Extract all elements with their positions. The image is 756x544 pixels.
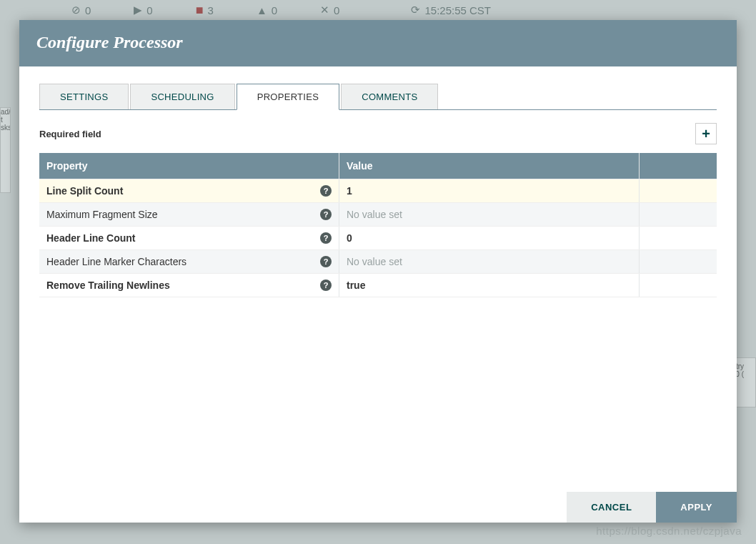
property-extra-cell <box>640 250 717 273</box>
property-name: Header Line Count <box>46 232 135 244</box>
property-value-cell[interactable]: true <box>339 274 640 297</box>
property-value-cell[interactable]: 0 <box>339 227 640 249</box>
apply-button[interactable]: APPLY <box>656 492 737 523</box>
table-row[interactable]: Remove Trailing Newlines?true <box>39 274 717 297</box>
required-field-label: Required field <box>39 129 101 139</box>
tab-settings[interactable]: SETTINGS <box>39 84 129 109</box>
property-extra-cell <box>640 203 717 226</box>
help-icon[interactable]: ? <box>320 280 332 291</box>
add-property-button[interactable]: + <box>695 123 717 144</box>
tab-scheduling[interactable]: SCHEDULING <box>130 84 234 109</box>
cancel-button[interactable]: CANCEL <box>567 492 656 523</box>
tabs: SETTINGS SCHEDULING PROPERTIES COMMENTS <box>39 84 717 110</box>
help-icon[interactable]: ? <box>320 209 332 220</box>
dialog-footer: CANCEL APPLY <box>19 492 737 523</box>
table-row[interactable]: Maximum Fragment Size?No value set <box>39 203 717 227</box>
help-icon[interactable]: ? <box>320 256 332 267</box>
table-row[interactable]: Header Line Marker Characters?No value s… <box>39 250 717 274</box>
tab-properties[interactable]: PROPERTIES <box>237 84 340 110</box>
property-value-cell[interactable]: No value set <box>339 203 640 226</box>
table-row[interactable]: Line Split Count?1 <box>39 179 717 203</box>
property-name-cell: Header Line Count? <box>39 227 339 249</box>
property-name-cell: Maximum Fragment Size? <box>39 203 339 226</box>
property-name-cell: Header Line Marker Characters? <box>39 250 339 273</box>
header-property: Property <box>39 153 339 179</box>
property-name: Remove Trailing Newlines <box>46 280 170 291</box>
property-value: true <box>347 280 365 291</box>
property-value: No value set <box>347 256 402 267</box>
table-header: Property Value <box>39 153 717 179</box>
help-icon[interactable]: ? <box>320 185 332 197</box>
properties-table: Property Value Line Split Count?1Maximum… <box>39 153 717 297</box>
property-name: Header Line Marker Characters <box>46 256 186 267</box>
property-extra-cell <box>640 227 717 249</box>
header-value: Value <box>339 153 640 179</box>
help-icon[interactable]: ? <box>320 232 332 244</box>
property-extra-cell <box>640 274 717 297</box>
plus-icon: + <box>702 126 710 142</box>
property-value: No value set <box>347 209 402 220</box>
property-name-cell: Remove Trailing Newlines? <box>39 274 339 297</box>
property-name: Line Split Count <box>46 185 123 197</box>
property-name-cell: Line Split Count? <box>39 179 339 202</box>
watermark: https://blog.csdn.net/czpjava <box>596 525 742 537</box>
table-row[interactable]: Header Line Count?0 <box>39 227 717 250</box>
dialog-title: Configure Processor <box>19 20 737 66</box>
property-value-cell[interactable]: No value set <box>339 250 640 273</box>
property-extra-cell <box>640 179 717 202</box>
property-value: 0 <box>347 232 352 244</box>
property-value: 1 <box>347 185 352 197</box>
configure-processor-dialog: Configure Processor SETTINGS SCHEDULING … <box>19 20 737 523</box>
property-value-cell[interactable]: 1 <box>339 179 640 202</box>
property-name: Maximum Fragment Size <box>46 209 158 220</box>
tab-comments[interactable]: COMMENTS <box>341 84 438 109</box>
